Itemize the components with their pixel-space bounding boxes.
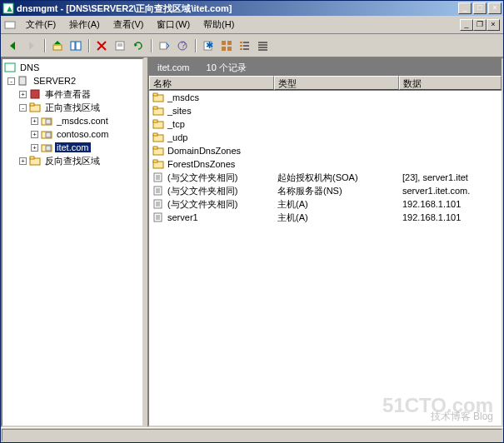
- folder-icon: [152, 146, 164, 156]
- row-name: (与父文件夹相同): [167, 198, 237, 211]
- list-row[interactable]: server1主机(A)192.168.1.101: [149, 211, 502, 224]
- row-data: 192.168.1.101: [399, 212, 502, 222]
- mdi-restore-button[interactable]: ❐: [473, 19, 487, 31]
- row-type: 起始授权机构(SOA): [274, 172, 399, 184]
- titlebar: ▲ dnsmgmt - [DNS\SERVER2\正向查找区域\itet.com…: [1, 1, 503, 16]
- svg-rect-2: [5, 22, 15, 28]
- list-row[interactable]: (与父文件夹相同)起始授权机构(SOA)[23], server1.itet: [149, 171, 502, 184]
- expander-icon[interactable]: +: [31, 131, 38, 138]
- mdi-close-button[interactable]: ×: [487, 19, 500, 31]
- maximize-button[interactable]: □: [473, 2, 487, 14]
- svg-rect-3: [53, 45, 62, 50]
- tree-reverse-zone[interactable]: + 反向查找区域: [4, 154, 141, 167]
- toolbar: ? ✱: [1, 34, 503, 57]
- row-type: 主机(A): [274, 212, 399, 224]
- expander-icon[interactable]: +: [31, 144, 38, 152]
- svg-rect-28: [5, 63, 15, 72]
- row-name: server1: [167, 212, 198, 222]
- delete-button[interactable]: [92, 37, 111, 55]
- expander-icon[interactable]: +: [19, 91, 27, 98]
- svg-rect-46: [153, 120, 157, 122]
- record-icon: [152, 172, 164, 182]
- list-row[interactable]: DomainDnsZones: [149, 144, 502, 157]
- col-type[interactable]: 类型: [274, 76, 399, 90]
- tree-panel[interactable]: DNS - SERVER2 + 事件查看器 -: [1, 57, 144, 427]
- menu-window[interactable]: 窗口(W): [150, 17, 197, 32]
- list-row[interactable]: _sites: [149, 104, 502, 117]
- svg-rect-15: [227, 41, 232, 45]
- tree-zone-msdcs[interactable]: + _msdcs.cont: [4, 114, 141, 127]
- folder-icon: [29, 156, 41, 166]
- refresh-button[interactable]: [129, 37, 147, 55]
- forward-button[interactable]: [22, 37, 41, 55]
- list-row[interactable]: _udp: [149, 131, 502, 144]
- view-large-button[interactable]: [217, 37, 236, 55]
- tree-server[interactable]: - SERVER2: [4, 74, 141, 87]
- zone-count: 10 个记录: [207, 62, 247, 74]
- console-icon: [4, 19, 16, 31]
- watermark: 51CTO.com: [382, 394, 493, 417]
- minimize-button[interactable]: _: [458, 2, 472, 14]
- list-row[interactable]: ForestDnsZones: [149, 157, 502, 171]
- list-row[interactable]: (与父文件夹相同)名称服务器(NS)server1.itet.com.: [149, 184, 502, 197]
- svg-rect-16: [222, 47, 226, 51]
- svg-text:▲: ▲: [5, 3, 14, 13]
- col-name[interactable]: 名称: [149, 76, 274, 90]
- menu-bar: 文件(F) 操作(A) 查看(V) 窗口(W) 帮助(H) _ ❐ ×: [1, 16, 503, 34]
- export-button[interactable]: [155, 37, 173, 55]
- svg-rect-36: [46, 132, 51, 137]
- menu-view[interactable]: 查看(V): [107, 17, 151, 32]
- expander-icon[interactable]: +: [19, 157, 27, 165]
- server-icon: [17, 76, 29, 86]
- svg-rect-38: [46, 146, 51, 151]
- svg-rect-44: [153, 107, 157, 109]
- menu-action[interactable]: 操作(A): [62, 17, 107, 32]
- col-data[interactable]: 数据: [399, 76, 502, 90]
- list-row[interactable]: (与父文件夹相同)主机(A)192.168.1.101: [149, 197, 502, 211]
- close-button[interactable]: ×: [488, 2, 502, 14]
- details-panel: itet.com 10 个记录 名称 类型 数据 _msdcs_sites_tc…: [147, 57, 503, 427]
- svg-rect-34: [46, 119, 51, 124]
- svg-rect-52: [153, 160, 157, 162]
- expander-icon[interactable]: -: [7, 77, 15, 85]
- view-list-button[interactable]: [236, 37, 254, 55]
- properties-button[interactable]: [111, 37, 129, 55]
- row-type: 主机(A): [274, 198, 399, 211]
- svg-rect-42: [153, 93, 157, 96]
- row-type: 名称服务器(NS): [274, 185, 399, 197]
- window-title: dnsmgmt - [DNS\SERVER2\正向查找区域\itet.com]: [17, 2, 458, 15]
- tree-zone-contoso[interactable]: + contoso.com: [4, 127, 141, 141]
- list-row[interactable]: _tcp: [149, 117, 502, 131]
- zone-icon: [41, 129, 52, 139]
- svg-rect-30: [31, 90, 39, 98]
- tree-root-dns[interactable]: DNS: [4, 61, 141, 74]
- expander-icon[interactable]: +: [31, 117, 38, 125]
- list-header: 名称 类型 数据: [149, 76, 502, 91]
- list-row[interactable]: _msdcs: [149, 91, 502, 104]
- view-details-button[interactable]: [254, 37, 272, 55]
- book-icon: [29, 89, 41, 99]
- tree-forward-zone[interactable]: - 正向查找区域: [4, 101, 141, 114]
- row-name: _tcp: [167, 119, 185, 129]
- menu-file[interactable]: 文件(F): [19, 17, 62, 32]
- zone-header: itet.com 10 个记录: [149, 59, 502, 76]
- help-button[interactable]: ?: [173, 37, 192, 55]
- svg-rect-14: [222, 41, 226, 45]
- tree-event-viewer[interactable]: + 事件查看器: [4, 87, 141, 101]
- watermark-sub: 技术博客 Blog: [431, 410, 493, 424]
- row-data: server1.itet.com.: [399, 186, 502, 196]
- back-button[interactable]: [4, 37, 22, 55]
- mdi-minimize-button[interactable]: _: [460, 19, 473, 31]
- toolbar-divider: [88, 39, 89, 52]
- svg-text:✱: ✱: [206, 40, 213, 50]
- svg-rect-48: [153, 133, 157, 136]
- folder-icon: [152, 119, 164, 129]
- record-icon: [152, 212, 164, 222]
- new-record-button[interactable]: ✱: [199, 37, 217, 55]
- up-button[interactable]: [48, 37, 67, 55]
- show-hide-button[interactable]: [67, 37, 85, 55]
- tree-zone-itet[interactable]: + itet.com: [4, 141, 141, 154]
- menu-help[interactable]: 帮助(H): [197, 17, 241, 32]
- expander-icon[interactable]: -: [19, 104, 27, 112]
- list-body[interactable]: _msdcs_sites_tcp_udpDomainDnsZonesForest…: [149, 91, 502, 426]
